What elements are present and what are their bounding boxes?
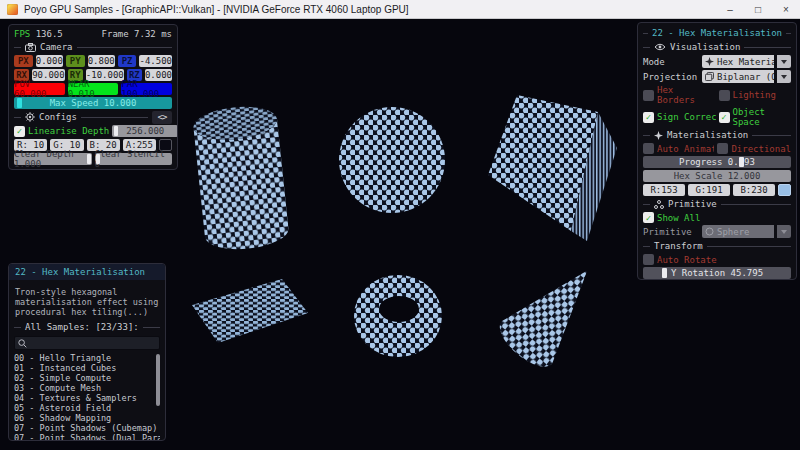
y-rotation-slider[interactable]: Y Rotation 45.795 bbox=[643, 267, 791, 279]
progress-slider[interactable]: Progress 0.693 bbox=[643, 156, 791, 168]
clear-depth-drag[interactable]: Clear Depth 1.000 bbox=[14, 153, 92, 165]
sample-item[interactable]: 07 - Point Shadows (Dual Paraboloid) bbox=[14, 433, 160, 441]
auto-animate-checkbox[interactable] bbox=[643, 143, 654, 154]
primitive-dropdown-arrow bbox=[777, 225, 791, 238]
window-title: Poyo GPU Samples - [GraphicAPI::Vulkan] … bbox=[24, 4, 716, 15]
sample-item[interactable]: 01 - Instanced Cubes bbox=[14, 363, 160, 373]
gear-icon bbox=[25, 112, 35, 122]
circle-icon bbox=[705, 227, 714, 236]
py-badge: PY bbox=[66, 55, 85, 67]
near-button[interactable]: NEAR 0.010 bbox=[68, 83, 119, 95]
list-scrollbar[interactable] bbox=[156, 354, 160, 406]
linearise-depth-label: Linearise Depth bbox=[28, 126, 109, 136]
projection-dropdown[interactable]: Biplanar (Quilez) bbox=[702, 70, 774, 83]
hex-borders-checkbox[interactable] bbox=[643, 90, 654, 101]
object-space-checkbox[interactable]: ✓ bbox=[719, 112, 730, 123]
hex-b-button[interactable]: B:230 bbox=[733, 184, 775, 196]
eye-icon bbox=[654, 43, 666, 51]
sample-item[interactable]: 03 - Compute Mesh bbox=[14, 383, 160, 393]
primitive-label: Primitive bbox=[643, 227, 699, 237]
px-field[interactable]: 0.000 bbox=[36, 55, 63, 67]
layers-icon bbox=[705, 72, 714, 81]
code-button[interactable]: <> bbox=[152, 111, 172, 124]
sample-item[interactable]: 06 - Shadow Mapping bbox=[14, 413, 160, 423]
minimize-button[interactable]: – bbox=[716, 0, 744, 19]
fps-label: FPS bbox=[14, 29, 30, 39]
sparkle-icon bbox=[654, 131, 663, 140]
sign-correction-checkbox[interactable]: ✓ bbox=[643, 112, 654, 123]
mode-dropdown[interactable]: Hex Materialise bbox=[702, 55, 774, 68]
close-button[interactable]: × bbox=[772, 0, 800, 19]
all-samples-header[interactable]: All Samples: [23/33]: bbox=[14, 321, 160, 333]
hex-g-button[interactable]: G:191 bbox=[688, 184, 730, 196]
pz-badge: PZ bbox=[118, 55, 137, 67]
frame-time: Frame 7.32 ms bbox=[102, 29, 172, 39]
hex-scale-drag[interactable]: Hex Scale 12.000 bbox=[643, 170, 791, 182]
samples-panel-title[interactable]: 22 - Hex Materialisation bbox=[9, 264, 165, 280]
fov-button[interactable]: FOV 60.000 bbox=[14, 83, 65, 95]
show-all-label: Show All bbox=[657, 213, 700, 223]
hex-color-swatch[interactable] bbox=[778, 184, 791, 196]
plane-object bbox=[190, 277, 310, 345]
chevron-down-icon bbox=[781, 230, 787, 237]
sample-search-box[interactable] bbox=[14, 336, 160, 350]
visualisation-header[interactable]: Visualisation bbox=[643, 41, 791, 53]
object-space-label: Object Space bbox=[733, 107, 792, 127]
directional-checkbox[interactable] bbox=[717, 143, 728, 154]
cylinder-object bbox=[193, 101, 289, 255]
auto-rotate-label: Auto Rotate bbox=[657, 255, 717, 265]
sample-item[interactable]: 05 - Asteroid Field bbox=[14, 403, 160, 413]
camera-header[interactable]: Camera bbox=[14, 41, 172, 53]
far-button[interactable]: FAR 100.000 bbox=[121, 83, 172, 95]
sample-item[interactable]: 00 - Hello Triangle bbox=[14, 353, 160, 363]
sample-item[interactable]: 04 - Textures & Samplers bbox=[14, 393, 160, 403]
camera-icon bbox=[25, 43, 36, 52]
title-bar: Poyo GPU Samples - [GraphicAPI::Vulkan] … bbox=[0, 0, 800, 19]
clear-stencil-drag[interactable]: Clear Stencil 0 bbox=[95, 153, 173, 165]
px-badge: PX bbox=[14, 55, 33, 67]
primitive-header[interactable]: Primitive bbox=[643, 198, 791, 210]
stats-camera-panel: FPS 136.5 Frame 7.32 ms Camera PX 0.000 … bbox=[8, 24, 178, 170]
sphere-object bbox=[337, 105, 447, 215]
maximize-button[interactable]: □ bbox=[744, 0, 772, 19]
mode-dropdown-arrow[interactable] bbox=[777, 55, 791, 68]
projection-dropdown-arrow[interactable] bbox=[777, 70, 791, 83]
app-window: Poyo GPU Samples - [GraphicAPI::Vulkan] … bbox=[0, 0, 800, 450]
search-icon bbox=[18, 339, 27, 348]
sample-item[interactable]: 02 - Simple Compute bbox=[14, 373, 160, 383]
max-speed-slider[interactable]: Max Speed 10.000 bbox=[14, 97, 172, 109]
show-all-checkbox[interactable]: ✓ bbox=[643, 212, 654, 223]
chevron-down-icon bbox=[781, 60, 787, 67]
search-input[interactable] bbox=[30, 338, 156, 348]
linearise-depth-slider[interactable]: 256.000 bbox=[112, 125, 178, 137]
hex-borders-label: Hex Borders bbox=[657, 85, 716, 105]
fps-row: FPS 136.5 Frame 7.32 ms bbox=[14, 29, 172, 39]
directional-label: Directional bbox=[731, 144, 791, 154]
py-field[interactable]: 0.800 bbox=[88, 55, 115, 67]
torus-object bbox=[352, 273, 444, 359]
cone-object bbox=[498, 255, 603, 373]
camera-position-row: PX 0.000 PY 0.800 PZ -4.500 bbox=[14, 55, 172, 67]
sample-description: Tron-style hexagonal materialisation eff… bbox=[14, 284, 160, 318]
sign-correction-label: Sign Correc bbox=[657, 112, 716, 122]
cube-object bbox=[483, 93, 623, 245]
lighting-label: Lighting bbox=[733, 90, 792, 100]
app-icon bbox=[7, 4, 18, 15]
materialisation-header[interactable]: Materialisation bbox=[643, 129, 791, 141]
configs-header[interactable]: Configs <> bbox=[14, 111, 172, 123]
sample-item[interactable]: 07 - Point Shadows (Cubemap) bbox=[14, 423, 160, 433]
inspector-title: 22 - Hex Materialisation bbox=[643, 27, 791, 39]
lens-row: FOV 60.000 NEAR 0.010 FAR 100.000 bbox=[14, 83, 172, 95]
auto-rotate-checkbox[interactable] bbox=[643, 254, 654, 265]
materialise-icon bbox=[705, 57, 714, 66]
chevron-down-icon bbox=[781, 75, 787, 82]
linearise-depth-checkbox[interactable]: ✓ bbox=[14, 126, 25, 137]
primitive-dropdown: Sphere bbox=[702, 225, 774, 238]
hex-r-button[interactable]: R:153 bbox=[643, 184, 685, 196]
transform-header[interactable]: Transform bbox=[643, 240, 791, 252]
auto-animate-label: Auto Animat bbox=[657, 144, 714, 154]
lighting-checkbox[interactable] bbox=[719, 90, 730, 101]
mode-label: Mode bbox=[643, 57, 699, 67]
pz-field[interactable]: -4.500 bbox=[139, 55, 172, 67]
projection-label: Projection bbox=[643, 72, 699, 82]
